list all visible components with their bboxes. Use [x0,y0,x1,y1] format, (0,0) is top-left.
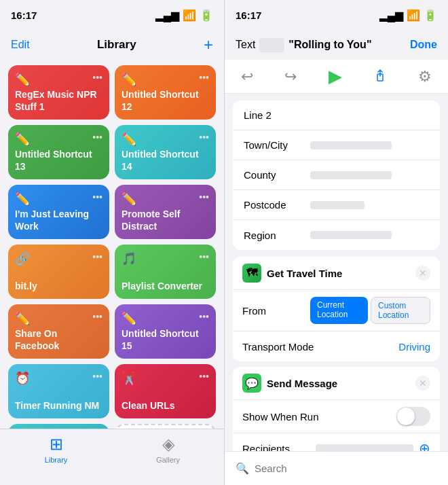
show-when-run-toggle[interactable] [396,407,430,426]
search-icon: 🔍 [236,462,249,475]
gallery-tab-label: Gallery [156,456,180,464]
card-title-1: RegEx Music NPR Stuff 1 [15,88,102,113]
card-menu-1[interactable]: ••• [92,72,102,83]
shortcut-card-6[interactable]: ✏️ ••• Promote Self Distract [115,185,216,239]
shortcut-card-5[interactable]: ✏️ ••• I'm Just Leaving Work [8,185,109,239]
county-value [310,171,392,179]
search-bar: 🔍 [225,451,448,485]
custom-location-button[interactable]: Custom Location [371,297,430,324]
tab-bar: ⊞ Library ◈ Gallery [0,429,224,485]
card-icon-5: ✏️ [15,192,30,206]
shortcut-card-9[interactable]: ✏️ ••• Share On Facebook [8,304,109,359]
right-status-icons: ▂▄▆ 📶 🔋 [379,9,437,22]
card-menu-5[interactable]: ••• [92,192,102,202]
card-title-9: Share On Facebook [15,327,102,352]
send-message-header: 💬 Send Message ✕ [233,367,440,400]
done-button[interactable]: Done [410,39,437,51]
shortcut-card-4[interactable]: ✏️ ••• Untitled Shortcut 14 [115,125,216,179]
shortcut-card-7[interactable]: 🔗 ••• bit.ly [8,245,109,299]
recipients-label: Recipients [242,443,310,452]
text-nav-label: Text [236,39,255,51]
shortcut-card-8[interactable]: 🎵 ••• Playlist Converter [115,245,216,299]
transport-label: Transport Mode [242,341,314,353]
add-recipient-button[interactable]: ⊕ [419,440,430,451]
card-title-6: Promote Self Distract [122,208,209,232]
right-nav-bar: Text "Rolling to You" Done [225,30,448,60]
shortcut-card-10[interactable]: ✏️ ••• Untitled Shortcut 15 [115,304,216,359]
postcode-row: Postcode [233,190,440,220]
card-title-7: bit.ly [15,280,102,292]
card-title-11: Timer Running NM [15,399,102,412]
card-menu-11[interactable]: ••• [92,371,102,382]
card-title-10: Untitled Shortcut 15 [122,327,209,352]
signal-icon: ▂▄▆ [155,9,179,22]
card-menu-12[interactable]: ••• [199,371,209,382]
wifi-icon: 📶 [183,9,196,22]
add-shortcut-button[interactable]: + [204,37,213,53]
from-label: From [242,305,310,317]
transport-value[interactable]: Driving [398,341,430,353]
right-nav-title: Text "Rolling to You" [236,38,371,52]
card-title-3: Untitled Shortcut 13 [15,148,102,173]
card-menu-2[interactable]: ••• [199,72,209,83]
card-menu-9[interactable]: ••• [92,311,102,322]
card-menu-4[interactable]: ••• [199,132,209,143]
battery-icon: 🔋 [200,9,213,22]
library-icon: ⊞ [50,435,63,454]
edit-button[interactable]: Edit [11,39,30,51]
send-message-title: 💬 Send Message [242,374,337,393]
right-status-bar: 16:17 ▂▄▆ 📶 🔋 [225,0,448,30]
send-message-close-button[interactable]: ✕ [415,376,430,391]
tab-gallery[interactable]: ◈ Gallery [112,435,224,464]
send-message-card: 💬 Send Message ✕ Show When Run Recipient… [233,367,440,451]
left-panel: 16:17 ▂▄▆ 📶 🔋 Edit Library + ✏️ ••• RegE… [0,0,224,485]
shortcuts-grid: ✏️ ••• RegEx Music NPR Stuff 1 ✏️ ••• Un… [0,60,224,429]
create-shortcut-card[interactable]: + + Create Shortcut [115,424,216,429]
undo-button[interactable]: ↩ [241,68,253,86]
card-menu-10[interactable]: ••• [199,311,209,322]
card-menu-7[interactable]: ••• [92,251,102,262]
travel-time-header: 🗺 Get Travel Time ✕ [233,257,440,290]
card-menu-6[interactable]: ••• [199,192,209,202]
county-label: County [244,169,305,181]
from-row: From Current Location Custom Location [233,290,440,331]
card-title-2: Untitled Shortcut 12 [122,88,209,113]
shortcut-card-12[interactable]: ✂️ ••• Clean URLs [115,364,216,418]
line2-row: Line 2 [233,101,440,130]
shortcut-card-2[interactable]: ✏️ ••• Untitled Shortcut 12 [115,65,216,120]
card-menu-8[interactable]: ••• [199,251,209,262]
current-location-button[interactable]: Current Location [310,297,368,324]
left-status-bar: 16:17 ▂▄▆ 📶 🔋 [0,0,224,30]
message-icon: 💬 [242,374,261,393]
card-title-12: Clean URLs [122,399,209,412]
line2-label: Line 2 [244,109,305,121]
send-message-label: Send Message [267,378,337,389]
content-area: Line 2 Town/City County Postcode Region [225,94,448,451]
search-input[interactable] [255,463,437,474]
options-button[interactable]: ⚙ [418,68,432,86]
shortcut-card-13[interactable]: ✏️ ••• Text "Rolling to You" [8,424,109,429]
right-panel: 16:17 ▂▄▆ 📶 🔋 Text "Rolling to You" Done… [224,0,448,485]
shortcut-name-blur [259,38,284,52]
library-title: Library [97,38,136,52]
right-battery-icon: 🔋 [424,9,437,22]
gallery-icon: ◈ [162,435,174,454]
card-menu-3[interactable]: ••• [92,132,102,143]
travel-time-label: Get Travel Time [267,268,342,279]
show-when-run-row: Show When Run [233,400,440,433]
toolbar: ↩ ↪ ▶ ⚙ [225,60,448,94]
travel-time-close-button[interactable]: ✕ [415,266,430,281]
card-icon-11: ⏰ [15,371,30,386]
left-nav-bar: Edit Library + [0,30,224,60]
redo-button[interactable]: ↪ [284,68,297,86]
share-button[interactable] [373,68,387,86]
shortcut-card-11[interactable]: ⏰ ••• Timer Running NM [8,364,109,418]
card-icon-4: ✏️ [122,132,136,147]
play-button[interactable]: ▶ [329,66,342,87]
maps-icon: 🗺 [242,264,261,283]
tab-library[interactable]: ⊞ Library [0,435,112,464]
card-icon-10: ✏️ [122,311,136,326]
shortcut-card-1[interactable]: ✏️ ••• RegEx Music NPR Stuff 1 [8,65,109,120]
shortcut-card-3[interactable]: ✏️ ••• Untitled Shortcut 13 [8,125,109,179]
recipients-row: Recipients ⊕ [233,433,440,451]
